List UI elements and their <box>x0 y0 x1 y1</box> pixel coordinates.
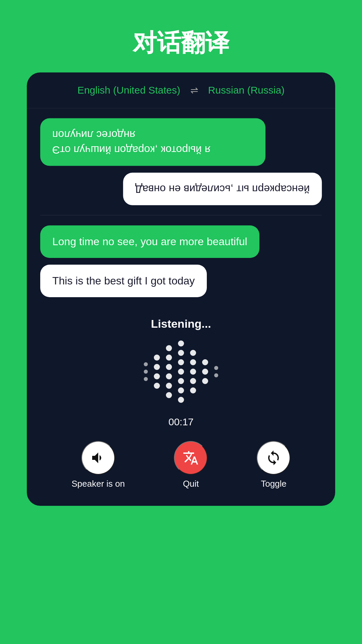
main-card: English (United States) ⇌ Russian (Russi… <box>27 72 335 506</box>
toggle-label: Toggle <box>261 479 287 489</box>
translate-icon <box>183 450 199 466</box>
dot <box>190 378 196 384</box>
dot <box>166 355 172 361</box>
dot <box>214 366 218 370</box>
dot <box>166 373 172 379</box>
wave-col-3 <box>166 345 172 398</box>
dot <box>166 392 172 398</box>
dot <box>154 364 160 370</box>
wave-col-6 <box>202 359 208 384</box>
dot <box>178 359 184 365</box>
listening-section: Listening... <box>27 307 335 434</box>
quit-button[interactable] <box>174 441 207 475</box>
toggle-control: Toggle <box>257 441 290 489</box>
wave-col-1 <box>144 362 148 381</box>
dot <box>202 378 208 384</box>
dot <box>178 387 184 393</box>
chat-area-bottom: Long time no see, you are more beautiful… <box>27 215 335 307</box>
dot <box>178 397 184 403</box>
dot <box>166 383 172 389</box>
dot <box>190 359 196 365</box>
dot <box>144 362 148 366</box>
source-language[interactable]: English (United States) <box>77 85 180 96</box>
wave-col-4 <box>178 340 184 403</box>
speaker-button[interactable] <box>81 441 115 475</box>
dot <box>178 378 184 384</box>
speaker-control: Speaker is on <box>72 441 125 489</box>
wave-col-5 <box>190 350 196 393</box>
dot <box>178 340 184 346</box>
wave-col-2 <box>154 355 160 389</box>
bubble-flipped-green: Это лучший подарок, который я получил се… <box>40 118 265 166</box>
dot <box>154 383 160 389</box>
quit-label: Quit <box>183 479 199 489</box>
dot <box>154 355 160 361</box>
dot <box>190 369 196 375</box>
dot <box>214 373 218 377</box>
dot <box>154 373 160 379</box>
toggle-icon <box>265 450 282 466</box>
dot <box>190 350 196 356</box>
dot <box>202 359 208 365</box>
dot <box>190 387 196 393</box>
wave-col-7 <box>214 366 218 377</box>
app-container: 对话翻译 English (United States) ⇌ Russian (… <box>0 0 362 506</box>
speaker-icon <box>90 450 106 466</box>
bubble-flipped-white: Давно не виделись, ты прекрасней <box>123 173 322 205</box>
toggle-button[interactable] <box>257 441 290 475</box>
bubble-normal-white: This is the best gift I got today <box>40 265 207 297</box>
dot <box>178 369 184 375</box>
dot <box>144 377 148 381</box>
speaker-label: Speaker is on <box>72 479 125 489</box>
chat-area-top: Это лучший подарок, который я получил се… <box>27 108 335 215</box>
dot <box>144 370 148 374</box>
app-title: 对话翻译 <box>0 0 362 72</box>
dot <box>178 350 184 356</box>
timer-display: 00:17 <box>168 416 193 431</box>
bottom-controls: Speaker is on Quit Toggle <box>27 434 335 506</box>
target-language[interactable]: Russian (Russia) <box>208 85 285 96</box>
dot <box>166 364 172 370</box>
swap-icon[interactable]: ⇌ <box>190 85 198 96</box>
bubble-normal-green: Long time no see, you are more beautiful <box>40 225 259 258</box>
language-bar: English (United States) ⇌ Russian (Russi… <box>27 72 335 108</box>
dot <box>166 345 172 351</box>
dot <box>202 369 208 375</box>
quit-control: Quit <box>174 441 207 489</box>
listening-status: Listening... <box>151 317 211 330</box>
waveform <box>144 337 218 410</box>
